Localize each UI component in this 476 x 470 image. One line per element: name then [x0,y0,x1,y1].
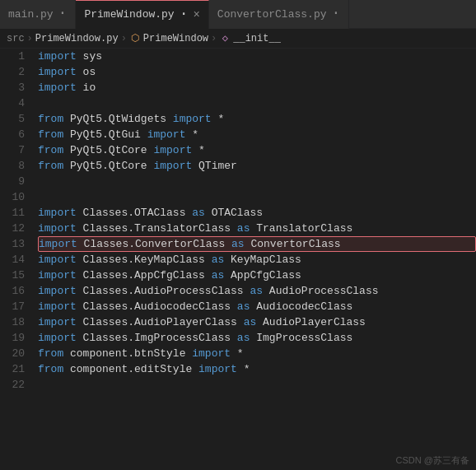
code-token: AudiocodecClass [250,299,352,314]
code-token: as [237,299,250,314]
code-token: from [38,361,63,377]
tab-label: main.py [8,8,54,21]
code-line: from PyQt5.QtCore import * [38,142,476,158]
line-number: 11 [7,205,25,221]
code-token: as [237,330,250,346]
tab-close-icon[interactable]: × [193,9,199,21]
line-number: 15 [7,268,25,283]
code-token: import [147,127,186,142]
line-number: 8 [7,158,25,174]
code-token: from [38,158,63,174]
code-token: PyQt5.QtWidgets [63,111,173,127]
tab-main-py[interactable]: main.py · [0,0,76,29]
code-token: PyQt5.QtCore [63,158,153,174]
code-token: import [192,346,231,361]
line-number: 5 [7,111,25,127]
code-token: import [38,330,77,346]
breadcrumb-class: PrimeWindow [143,33,208,44]
code-token: as [212,252,225,268]
code-token: OTAClass [205,205,263,221]
line-number: 20 [7,346,25,361]
code-token: KeyMapClass [224,252,301,268]
code-content[interactable]: import sysimport osimport io from PyQt5.… [30,49,476,470]
code-token: os [77,64,96,80]
line-number: 2 [7,64,25,80]
tab-prime-window-py[interactable]: PrimeWindow.py · × [76,0,208,29]
code-token: import [198,361,237,377]
code-token: * [212,111,225,127]
line-number: 4 [7,95,25,111]
code-token: import [39,236,77,252]
code-token: as [250,283,263,299]
code-token: QTimer [192,158,237,174]
code-line: import Classes.AudioProcessClass as Audi… [38,283,476,299]
code-token: import [38,205,77,221]
code-token: as [231,236,245,252]
line-number: 19 [7,330,25,346]
code-line: import sys [38,49,476,64]
code-line: import Classes.ConvertorClass as Convert… [38,236,476,252]
code-line [38,174,476,189]
code-token: as [192,205,205,221]
code-line: import Classes.AudioPlayerClass as Audio… [38,314,476,330]
code-token: import [38,268,77,283]
code-line: import os [38,64,476,80]
breadcrumb: src › PrimeWindow.py › ⬡ PrimeWindow › ◇… [0,29,476,49]
code-line: import Classes.TranslatorClass as Transl… [38,221,476,236]
code-token: as [237,221,250,236]
breadcrumb-src: src [7,33,25,44]
code-token: Classes.ConvertorClass [77,236,231,252]
code-token: PyQt5.QtCore [63,142,153,158]
code-token: import [38,283,77,299]
code-token: Classes.OTAClass [77,205,192,221]
code-token: TranslatorClass [250,221,352,236]
code-line: from component.btnStyle import * [38,346,476,361]
code-line: import Classes.OTAClass as OTAClass [38,205,476,221]
line-number: 6 [7,127,25,142]
code-token: AudioPlayerClass [256,314,366,330]
code-token: import [173,111,212,127]
code-line: from PyQt5.QtWidgets import * [38,111,476,127]
line-number: 18 [7,314,25,330]
code-token: Classes.TranslatorClass [77,221,237,236]
code-line [38,95,476,111]
code-token: * [185,127,198,142]
code-line: import Classes.ImgProcessClass as ImgPro… [38,330,476,346]
code-line: import Classes.AudiocodecClass as Audioc… [38,299,476,314]
code-line: from PyQt5.QtCore import QTimer [38,158,476,174]
code-token: import [38,49,77,64]
code-line [38,377,476,393]
code-token: as [244,314,257,330]
line-number: 12 [7,221,25,236]
line-number: 13 [7,236,25,252]
line-number: 17 [7,299,25,314]
code-token: ImgProcessClass [250,330,352,346]
code-token: PyQt5.QtGui [63,127,147,142]
code-token: import [38,221,77,236]
code-token: Classes.AudiocodecClass [77,299,237,314]
code-token: component.editStyle [63,361,198,377]
code-token: Classes.AudioPlayerClass [77,314,244,330]
code-token: Classes.AppCfgClass [77,268,212,283]
line-number: 9 [7,174,25,189]
code-token: Classes.ImgProcessClass [77,330,237,346]
watermark: CSDN @苏三有备 [396,454,469,467]
code-line: import Classes.AppCfgClass as AppCfgClas… [38,268,476,283]
code-token: from [38,346,63,361]
code-token: import [38,80,77,95]
line-number: 7 [7,142,25,158]
tab-bar: main.py · PrimeWindow.py · × ConvertorCl… [0,0,476,29]
code-area: 12345678910111213141516171819202122 impo… [0,49,476,470]
tab-label: ConvertorClass.py [217,8,327,21]
code-token: AppCfgClass [224,268,301,283]
code-token: sys [77,49,102,64]
code-token: from [38,127,63,142]
code-token: from [38,111,63,127]
line-number: 3 [7,80,25,95]
code-line: from component.editStyle import * [38,361,476,377]
tab-convertor-class-py[interactable]: ConvertorClass.py · [209,0,349,29]
code-token: ConvertorClass [245,236,341,252]
breadcrumb-class-icon: ⬡ [129,33,141,44]
code-token: import [38,252,77,268]
line-number: 10 [7,189,25,205]
